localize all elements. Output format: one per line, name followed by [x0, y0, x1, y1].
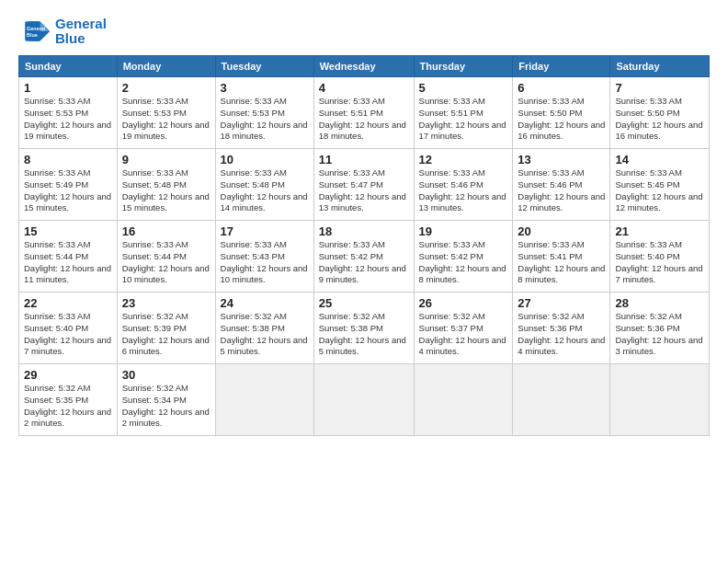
logo-icon: General Blue — [18, 15, 51, 48]
day-number: 21 — [615, 224, 704, 238]
calendar-cell — [215, 364, 313, 436]
calendar-cell: 26Sunrise: 5:32 AMSunset: 5:37 PMDayligh… — [414, 293, 513, 364]
day-info: Sunrise: 5:33 AMSunset: 5:40 PMDaylight:… — [615, 239, 704, 286]
day-number: 18 — [319, 224, 409, 238]
calendar-cell: 14Sunrise: 5:33 AMSunset: 5:45 PMDayligh… — [610, 149, 710, 221]
day-number: 2 — [122, 81, 210, 95]
calendar-cell: 13Sunrise: 5:33 AMSunset: 5:46 PMDayligh… — [513, 149, 610, 221]
day-info: Sunrise: 5:32 AMSunset: 5:39 PMDaylight:… — [122, 311, 210, 358]
calendar-header-tuesday: Tuesday — [215, 56, 313, 77]
calendar-header-row: SundayMondayTuesdayWednesdayThursdayFrid… — [19, 56, 710, 77]
day-info: Sunrise: 5:33 AMSunset: 5:44 PMDaylight:… — [24, 239, 112, 286]
day-number: 23 — [122, 296, 210, 310]
day-info: Sunrise: 5:32 AMSunset: 5:36 PMDaylight:… — [518, 311, 605, 358]
day-number: 14 — [615, 153, 704, 167]
day-info: Sunrise: 5:33 AMSunset: 5:40 PMDaylight:… — [24, 311, 112, 358]
calendar-cell: 24Sunrise: 5:32 AMSunset: 5:38 PMDayligh… — [215, 293, 313, 364]
calendar-week-row-3: 15Sunrise: 5:33 AMSunset: 5:44 PMDayligh… — [19, 221, 710, 293]
calendar-cell: 4Sunrise: 5:33 AMSunset: 5:51 PMDaylight… — [313, 77, 414, 149]
day-number: 26 — [419, 296, 508, 310]
day-number: 1 — [24, 81, 112, 95]
calendar-cell: 21Sunrise: 5:33 AMSunset: 5:40 PMDayligh… — [610, 221, 710, 293]
calendar-cell: 1Sunrise: 5:33 AMSunset: 5:53 PMDaylight… — [19, 77, 118, 149]
calendar-cell: 11Sunrise: 5:33 AMSunset: 5:47 PMDayligh… — [313, 149, 414, 221]
calendar-header-saturday: Saturday — [610, 56, 710, 77]
day-info: Sunrise: 5:33 AMSunset: 5:50 PMDaylight:… — [518, 96, 605, 143]
calendar-cell: 30Sunrise: 5:32 AMSunset: 5:34 PMDayligh… — [117, 364, 215, 436]
calendar-header-wednesday: Wednesday — [313, 56, 414, 77]
calendar-cell: 27Sunrise: 5:32 AMSunset: 5:36 PMDayligh… — [513, 293, 610, 364]
day-info: Sunrise: 5:33 AMSunset: 5:51 PMDaylight:… — [319, 96, 409, 143]
day-number: 9 — [122, 153, 210, 167]
calendar-cell: 29Sunrise: 5:32 AMSunset: 5:35 PMDayligh… — [19, 364, 118, 436]
day-info: Sunrise: 5:33 AMSunset: 5:50 PMDaylight:… — [615, 96, 704, 143]
calendar-cell — [414, 364, 513, 436]
calendar-cell: 19Sunrise: 5:33 AMSunset: 5:42 PMDayligh… — [414, 221, 513, 293]
day-number: 15 — [24, 224, 112, 238]
calendar-cell: 15Sunrise: 5:33 AMSunset: 5:44 PMDayligh… — [19, 221, 118, 293]
day-number: 5 — [419, 81, 508, 95]
day-number: 17 — [221, 224, 309, 238]
day-number: 30 — [122, 368, 210, 382]
day-info: Sunrise: 5:33 AMSunset: 5:42 PMDaylight:… — [419, 239, 508, 286]
calendar-week-row-4: 22Sunrise: 5:33 AMSunset: 5:40 PMDayligh… — [19, 293, 710, 364]
day-number: 25 — [319, 296, 409, 310]
day-info: Sunrise: 5:33 AMSunset: 5:53 PMDaylight:… — [221, 96, 309, 143]
day-info: Sunrise: 5:33 AMSunset: 5:44 PMDaylight:… — [122, 239, 210, 286]
calendar-cell: 18Sunrise: 5:33 AMSunset: 5:42 PMDayligh… — [313, 221, 414, 293]
header: General Blue General Blue — [18, 15, 710, 48]
logo: General Blue General Blue — [18, 15, 107, 48]
day-number: 3 — [221, 81, 309, 95]
calendar-cell — [610, 364, 710, 436]
day-info: Sunrise: 5:33 AMSunset: 5:48 PMDaylight:… — [122, 167, 210, 214]
calendar-cell: 25Sunrise: 5:32 AMSunset: 5:38 PMDayligh… — [313, 293, 414, 364]
day-number: 10 — [221, 153, 309, 167]
calendar-header-sunday: Sunday — [19, 56, 118, 77]
calendar-cell: 7Sunrise: 5:33 AMSunset: 5:50 PMDaylight… — [610, 77, 710, 149]
day-info: Sunrise: 5:32 AMSunset: 5:38 PMDaylight:… — [221, 311, 309, 358]
day-number: 22 — [24, 296, 112, 310]
calendar-cell: 23Sunrise: 5:32 AMSunset: 5:39 PMDayligh… — [117, 293, 215, 364]
calendar-cell: 6Sunrise: 5:33 AMSunset: 5:50 PMDaylight… — [513, 77, 610, 149]
calendar-cell: 5Sunrise: 5:33 AMSunset: 5:51 PMDaylight… — [414, 77, 513, 149]
calendar-cell: 22Sunrise: 5:33 AMSunset: 5:40 PMDayligh… — [19, 293, 118, 364]
calendar-header-thursday: Thursday — [414, 56, 513, 77]
day-number: 19 — [419, 224, 508, 238]
calendar-header-friday: Friday — [513, 56, 610, 77]
calendar-cell — [513, 364, 610, 436]
day-info: Sunrise: 5:32 AMSunset: 5:37 PMDaylight:… — [419, 311, 508, 358]
day-number: 8 — [24, 153, 112, 167]
calendar-header-monday: Monday — [117, 56, 215, 77]
page: General Blue General Blue SundayMondayTu… — [0, 0, 728, 563]
day-number: 4 — [319, 81, 409, 95]
calendar-week-row-5: 29Sunrise: 5:32 AMSunset: 5:35 PMDayligh… — [19, 364, 710, 436]
calendar-cell: 12Sunrise: 5:33 AMSunset: 5:46 PMDayligh… — [414, 149, 513, 221]
day-info: Sunrise: 5:33 AMSunset: 5:49 PMDaylight:… — [24, 167, 112, 214]
day-number: 13 — [518, 153, 605, 167]
day-info: Sunrise: 5:32 AMSunset: 5:34 PMDaylight:… — [122, 383, 210, 430]
day-info: Sunrise: 5:33 AMSunset: 5:51 PMDaylight:… — [419, 96, 508, 143]
calendar-cell: 20Sunrise: 5:33 AMSunset: 5:41 PMDayligh… — [513, 221, 610, 293]
day-info: Sunrise: 5:33 AMSunset: 5:41 PMDaylight:… — [518, 239, 605, 286]
day-number: 24 — [221, 296, 309, 310]
day-number: 7 — [615, 81, 704, 95]
day-number: 20 — [518, 224, 605, 238]
svg-text:Blue: Blue — [27, 32, 38, 38]
day-info: Sunrise: 5:33 AMSunset: 5:46 PMDaylight:… — [419, 167, 508, 214]
day-number: 27 — [518, 296, 605, 310]
day-info: Sunrise: 5:33 AMSunset: 5:42 PMDaylight:… — [319, 239, 409, 286]
calendar-cell: 16Sunrise: 5:33 AMSunset: 5:44 PMDayligh… — [117, 221, 215, 293]
calendar-week-row-2: 8Sunrise: 5:33 AMSunset: 5:49 PMDaylight… — [19, 149, 710, 221]
day-info: Sunrise: 5:33 AMSunset: 5:47 PMDaylight:… — [319, 167, 409, 214]
day-number: 11 — [319, 153, 409, 167]
day-number: 28 — [615, 296, 704, 310]
calendar-cell: 3Sunrise: 5:33 AMSunset: 5:53 PMDaylight… — [215, 77, 313, 149]
logo-text: General Blue — [55, 17, 107, 47]
day-info: Sunrise: 5:32 AMSunset: 5:36 PMDaylight:… — [615, 311, 704, 358]
day-info: Sunrise: 5:33 AMSunset: 5:46 PMDaylight:… — [518, 167, 605, 214]
calendar-cell: 17Sunrise: 5:33 AMSunset: 5:43 PMDayligh… — [215, 221, 313, 293]
day-info: Sunrise: 5:33 AMSunset: 5:48 PMDaylight:… — [221, 167, 309, 214]
calendar-cell: 28Sunrise: 5:32 AMSunset: 5:36 PMDayligh… — [610, 293, 710, 364]
svg-text:General: General — [27, 26, 46, 31]
day-number: 29 — [24, 368, 112, 382]
